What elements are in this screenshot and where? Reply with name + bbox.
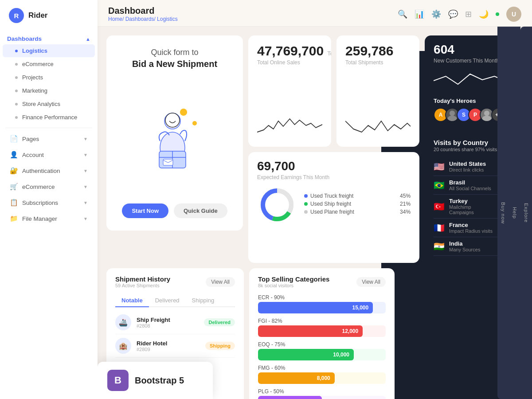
bar-eoq-track: 10,000 <box>258 349 386 360</box>
ship-freight-name: Ship Freight <box>137 317 199 323</box>
bar-plg-fill: 7,000 <box>258 396 322 399</box>
sidebar-item-projects[interactable]: Projects <box>3 71 95 84</box>
in-name: India <box>449 240 499 247</box>
svg-point-16 <box>482 116 492 122</box>
top-selling-view-all-button[interactable]: View All <box>356 277 386 287</box>
tab-shipping[interactable]: Shipping <box>186 294 221 307</box>
sales-sparkline <box>257 69 322 139</box>
shipment-tabs: Notable Delivered Shipping <box>115 294 235 307</box>
ship-freight-id: #2808 <box>137 323 199 329</box>
chevron-down-icon: ▼ <box>83 184 88 189</box>
shipment-view-all-button[interactable]: View All <box>206 277 235 287</box>
top-stats-row: 47,769,700 Tons Total Online Sales 259,7… <box>246 33 422 149</box>
ship-label: Used Ship freight <box>310 201 351 207</box>
breadcrumb-home: Home/ <box>108 16 125 22</box>
truck-legend-item: Used Truck freight 45% <box>304 193 411 199</box>
tab-delivered[interactable]: Delivered <box>149 294 186 307</box>
quick-form-card: Quick form to Bid a New Shipment <box>106 35 243 231</box>
bar-fmg-track: 8,000 <box>258 372 386 384</box>
sidebar-item-authentication[interactable]: 🔐 Authentication ▼ <box>3 163 95 178</box>
earnings-label: Expected Earnings This Month <box>257 174 411 180</box>
top-selling-header: Top Selling Categories 8k social visitor… <box>258 275 386 288</box>
tab-notable[interactable]: Notable <box>115 294 149 307</box>
chevron-down-icon: ▼ <box>83 137 88 141</box>
grid-icon[interactable]: ⊞ <box>465 9 472 19</box>
chevron-down-icon: ▼ <box>83 216 88 221</box>
countries-title: Visits by Country <box>434 139 497 146</box>
svg-point-13 <box>450 110 455 116</box>
bootstrap-text: Bootstrap 5 <box>135 376 184 386</box>
sidebar-item-pages[interactable]: 📄 Pages ▼ <box>3 131 95 146</box>
total-sales-value: 47,769,700 <box>257 43 324 59</box>
shipment-title: Shipment History <box>115 275 170 283</box>
avatar[interactable]: U <box>506 7 521 22</box>
active-dot <box>15 50 18 52</box>
total-sales-unit: Tons <box>327 50 331 57</box>
total-shipments-label: Total Shipments <box>345 59 411 66</box>
bar-fgi-fill: 12,000 <box>258 325 363 337</box>
chevron-down-icon: ▼ <box>83 200 88 205</box>
truck-label: Used Truck freight <box>310 193 353 199</box>
bar-ecr-label: ECR - 90% <box>258 294 386 301</box>
sidebar-item-label: Subscriptions <box>22 200 58 206</box>
sidebar-item-label: Authentication <box>22 168 60 174</box>
svg-rect-8 <box>163 159 173 165</box>
selling-bars: ECR - 90% 15,000 FGI - 82% 12,000 EOQ - … <box>258 294 386 399</box>
sidebar-item-file-manager[interactable]: 📁 File Manager ▼ <box>3 211 95 226</box>
sidebar-logo[interactable]: R Rider <box>0 0 98 29</box>
file-manager-icon: 📁 <box>10 215 18 223</box>
svg-point-0 <box>180 109 187 116</box>
sales-value-row: 47,769,700 Tons <box>257 43 322 59</box>
sidebar-item-label: Projects <box>22 74 43 81</box>
rider-hotel-name: Rider Hotel <box>137 340 200 347</box>
sidebar-item-marketing[interactable]: Marketing <box>3 84 95 97</box>
sidebar-item-logistics[interactable]: Logistics <box>3 44 95 57</box>
explore-pill[interactable]: Explore <box>520 27 532 399</box>
shipment-illustration <box>135 99 215 170</box>
sidebar-item-label: Store Analytics <box>22 101 60 107</box>
ship-legend-item: Used Ship freight 21% <box>304 201 411 207</box>
breadcrumb-current[interactable]: Logistics <box>157 16 178 22</box>
quick-form-subtitle: Bid a New Shipment <box>132 59 217 69</box>
shipments-sparkline <box>345 69 411 139</box>
us-name: United States <box>449 160 493 167</box>
ship-pct: 21% <box>400 201 411 207</box>
sidebar-item-store-analytics[interactable]: Store Analytics <box>3 98 95 110</box>
sidebar-section-dashboards[interactable]: Dashboards ▲ <box>0 33 98 44</box>
divider <box>5 128 92 128</box>
auth-icon: 🔐 <box>10 167 18 175</box>
buy-now-pill[interactable]: Buy now <box>497 27 509 399</box>
rider-hotel-status: Shipping <box>205 342 235 350</box>
sidebar-item-label: Account <box>22 152 44 158</box>
chart-icon[interactable]: 📊 <box>415 9 424 19</box>
topbar: Dashboard Home/ Dashboards/ Logistics 🔍 … <box>98 0 532 27</box>
chevron-down-icon: ▼ <box>83 168 88 173</box>
settings-icon[interactable]: ⚙️ <box>431 9 441 19</box>
logo-icon: R <box>9 8 24 23</box>
sidebar-item-ecommerce[interactable]: eCommerce <box>3 58 95 70</box>
sidebar-item-label: eCommerce <box>22 184 55 190</box>
ecommerce-icon: 🛒 <box>10 183 18 191</box>
sidebar-item-finance[interactable]: Finance Performance <box>3 111 95 124</box>
theme-icon[interactable]: 🌙 <box>479 9 489 19</box>
in-flag: 🇮🇳 <box>434 241 445 252</box>
search-icon[interactable]: 🔍 <box>398 9 407 19</box>
fr-flag: 🇫🇷 <box>434 223 445 233</box>
chat-icon[interactable]: 💬 <box>448 9 458 19</box>
fr-sub: Impact Radius visits <box>449 228 498 234</box>
account-icon: 👤 <box>10 151 18 159</box>
help-pill[interactable]: Help <box>509 27 520 399</box>
sidebar-item-subscriptions[interactable]: 📋 Subscriptions ▼ <box>3 195 95 210</box>
start-now-button[interactable]: Start Now <box>122 203 168 218</box>
total-sales-label: Total Online Sales <box>257 59 322 66</box>
breadcrumb: Home/ Dashboards/ Logistics <box>108 16 178 22</box>
sidebar-item-account[interactable]: 👤 Account ▼ <box>3 147 95 162</box>
bootstrap-icon: B <box>107 370 129 391</box>
sidebar-item-ecommerce-main[interactable]: 🛒 eCommerce ▼ <box>3 179 95 194</box>
sidebar-item-label: Finance Performance <box>22 114 77 121</box>
mid-column: 47,769,700 Tons Total Online Sales 259,7… <box>246 33 422 266</box>
topbar-left: Dashboard Home/ Dashboards/ Logistics <box>108 6 178 22</box>
in-info: India Many Sources <box>449 240 499 252</box>
quick-guide-button[interactable]: Quick Guide <box>174 203 227 218</box>
bar-fmg: FMG - 60% 8,000 <box>258 365 386 384</box>
